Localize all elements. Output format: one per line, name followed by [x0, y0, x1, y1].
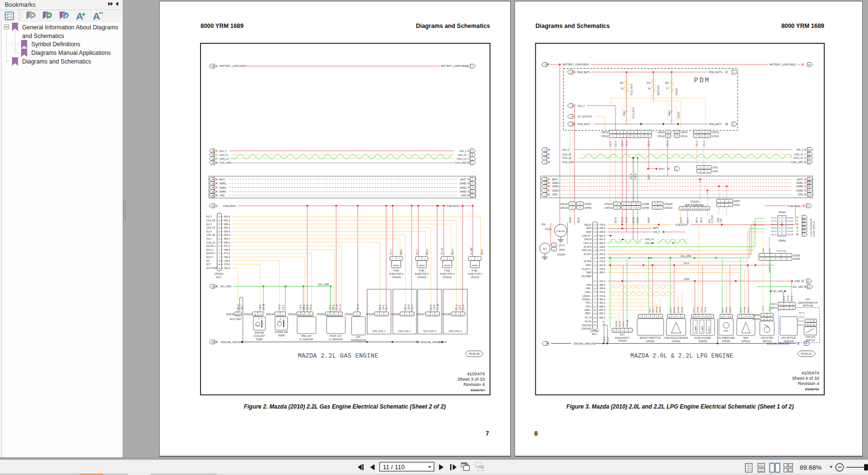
svg-text:89.68%: 89.68% [800, 464, 822, 471]
svg-text:11 / 110: 11 / 110 [383, 463, 405, 471]
